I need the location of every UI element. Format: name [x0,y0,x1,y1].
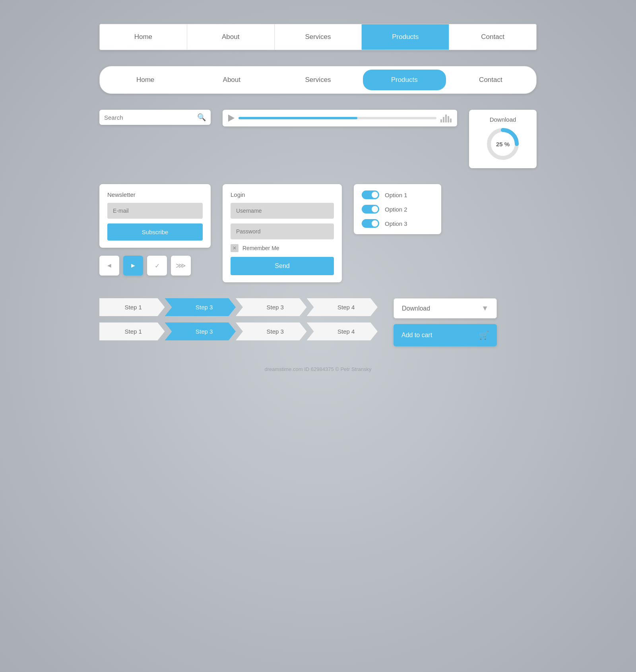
option-row-2: Option 2 [362,205,433,214]
subscribe-button[interactable]: Subscribe [107,223,203,241]
nav-rounded-home[interactable]: Home [104,70,187,90]
bottom-buttons-column: Download ▼ Add to cart 🛒 [394,298,497,346]
donut-percent: 25 % [496,141,510,148]
bar1 [440,119,442,122]
login-box: Login ✕ Remember Me Send [223,184,342,282]
controls-row: ◄ ► ✓ ⋙ [99,256,211,276]
media-player [223,110,457,126]
remember-checkbox[interactable]: ✕ [231,244,238,252]
nav-rounded-about[interactable]: About [190,70,273,90]
add-to-cart-label: Add to cart [401,332,432,339]
newsletter-box: Newsletter Subscribe [99,184,211,248]
page-container: Home About Services Products Contact Hom… [99,24,537,372]
bar2 [443,117,444,122]
login-title: Login [231,191,334,198]
nav-flat-about[interactable]: About [187,24,275,50]
progress-track[interactable] [238,117,436,119]
watermark: dreamstime.com ID 62984375 © Petr Strans… [99,366,537,372]
play-icon: ► [130,262,136,269]
nav-rounded-products[interactable]: Products [363,70,446,90]
nav-flat-products[interactable]: Products [362,24,449,50]
search-box: 🔍 [99,110,211,125]
bar3 [445,115,447,122]
play-ctrl-button[interactable]: ► [123,256,143,276]
bottom-section: Step 1 Step 3 Step 3 Step 4 Step 1 Step … [99,298,537,346]
option-row-3: Option 3 [362,219,433,228]
prev-button[interactable]: ◄ [99,256,119,276]
nav-rounded-services[interactable]: Services [276,70,359,90]
username-input[interactable] [231,203,334,219]
remember-label: Remember Me [242,245,279,251]
steps-row-1: Step 1 Step 3 Step 3 Step 4 [99,298,378,316]
step1-1[interactable]: Step 1 [99,298,165,316]
add-to-cart-button[interactable]: Add to cart 🛒 [394,324,497,346]
download-btn-label: Download [402,305,430,312]
step2-3[interactable]: Step 3 [236,322,307,340]
search-icon[interactable]: 🔍 [197,113,206,122]
option-label-1: Option 1 [385,192,407,198]
nav-flat-contact[interactable]: Contact [449,24,536,50]
double-down-icon: ⋙ [176,261,186,270]
nav-bar-flat: Home About Services Products Contact [99,24,537,50]
nav-rounded-contact[interactable]: Contact [449,70,532,90]
steps-row-2: Step 1 Step 3 Step 3 Step 4 [99,322,378,340]
options-box: Option 1 Option 2 Option 3 [354,184,441,234]
nav-flat-home[interactable]: Home [100,24,187,50]
nav-flat-services[interactable]: Services [275,24,362,50]
download-button[interactable]: Download ▼ [394,298,497,319]
step2-1[interactable]: Step 1 [99,322,165,340]
email-input[interactable] [107,203,203,219]
volume-bars-icon [440,114,452,122]
steps-section: Step 1 Step 3 Step 3 Step 4 Step 1 Step … [99,298,378,340]
step1-3[interactable]: Step 3 [236,298,307,316]
prev-icon: ◄ [106,262,112,269]
bar4 [448,116,449,122]
check-icon: ✓ [155,262,160,270]
cart-icon: 🛒 [479,330,489,340]
search-input[interactable] [104,114,193,121]
forms-row: Newsletter Subscribe ◄ ► ✓ ⋙ [99,184,537,282]
double-down-button[interactable]: ⋙ [171,256,191,276]
option-label-2: Option 2 [385,206,407,213]
send-button[interactable]: Send [231,257,334,275]
download-widget-label: Download [490,116,516,123]
download-arrow-icon: ▼ [481,304,489,313]
widgets-row: 🔍 Download 25 % [99,110,537,168]
donut-chart: 25 % [485,126,521,162]
bar5 [450,118,452,122]
step2-2[interactable]: Step 3 [165,322,236,340]
step1-2[interactable]: Step 3 [165,298,236,316]
progress-fill [238,117,357,119]
toggle-3[interactable] [362,219,379,228]
step1-4[interactable]: Step 4 [307,298,378,316]
newsletter-title: Newsletter [107,191,203,198]
check-button[interactable]: ✓ [147,256,167,276]
remember-me-row: ✕ Remember Me [231,244,334,252]
download-widget: Download 25 % [469,110,537,168]
toggle-1[interactable] [362,190,379,199]
password-input[interactable] [231,223,334,239]
option-row-1: Option 1 [362,190,433,199]
toggle-2[interactable] [362,205,379,214]
play-button[interactable] [228,115,235,122]
step2-4[interactable]: Step 4 [307,322,378,340]
nav-bar-rounded: Home About Services Products Contact [99,66,537,94]
option-label-3: Option 3 [385,220,407,227]
